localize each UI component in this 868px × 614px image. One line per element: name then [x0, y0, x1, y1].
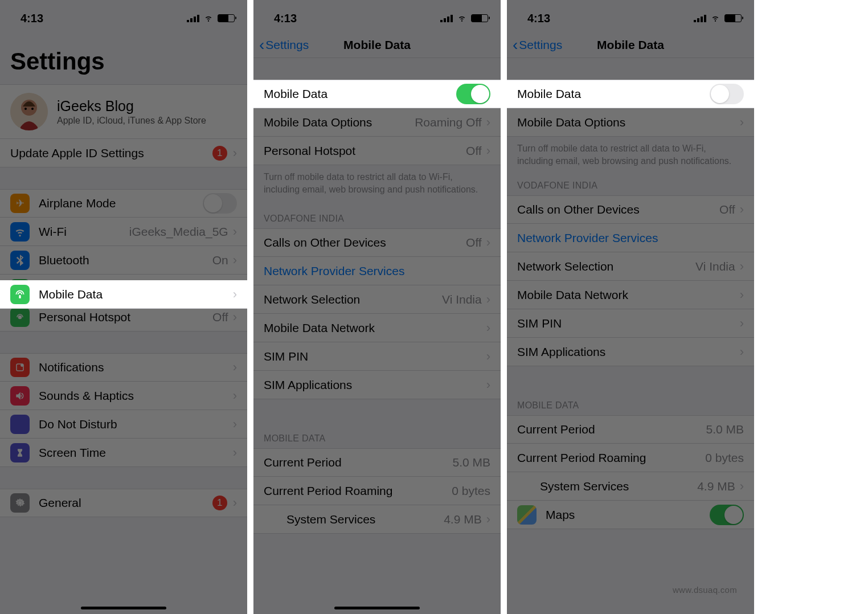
system-services-row[interactable]: System Services 4.9 MB ›: [253, 505, 501, 534]
wifi-row[interactable]: Wi-Fi iGeeks_Media_5G ›: [0, 218, 247, 246]
status-time: 4:13: [21, 12, 43, 25]
chevron-icon: ›: [740, 316, 744, 331]
status-icons: [694, 14, 742, 22]
wifi-icon: [710, 14, 721, 22]
mobile-data-toggle-row[interactable]: Mobile Data: [507, 80, 754, 108]
sim-pin-row[interactable]: SIM PIN ›: [507, 309, 754, 338]
badge-icon: 1: [212, 146, 227, 161]
wifi-icon: [203, 14, 214, 22]
watermark: www.dsuaq.com: [673, 585, 737, 595]
avatar: [10, 93, 48, 130]
network-selection-row[interactable]: Network Selection Vi India ›: [507, 252, 754, 281]
signal-icon: [694, 14, 706, 22]
update-apple-id-row[interactable]: Update Apple ID Settings 1 ›: [0, 139, 247, 167]
home-indicator[interactable]: [81, 607, 166, 609]
chevron-icon: ›: [233, 146, 237, 161]
section-header-carrier: VODAFONE INDIA: [253, 199, 501, 228]
signal-icon: [440, 14, 453, 22]
calls-other-devices-row[interactable]: Calls on Other Devices Off ›: [253, 228, 501, 257]
sim-applications-row[interactable]: SIM Applications ›: [507, 338, 754, 366]
home-indicator[interactable]: [334, 607, 420, 609]
mobile-data-network-row[interactable]: Mobile Data Network ›: [507, 281, 754, 309]
mobile-data-toggle[interactable]: [710, 84, 744, 104]
chevron-icon: ›: [233, 417, 237, 432]
network-selection-row[interactable]: Network Selection Vi India ›: [253, 285, 501, 314]
section-header-mobile-data: MOBILE DATA: [253, 399, 501, 448]
gear-icon: [10, 493, 30, 513]
sim-applications-row[interactable]: SIM Applications ›: [253, 371, 501, 399]
chevron-icon: ›: [486, 144, 490, 158]
section-header-carrier: VODAFONE INDIA: [507, 170, 754, 195]
status-bar: 4:13: [253, 0, 501, 32]
svg-point-5: [21, 364, 23, 367]
chevron-icon: ›: [486, 115, 490, 130]
airplane-mode-row[interactable]: ✈︎ Airplane Mode: [0, 189, 247, 218]
apple-id-row[interactable]: iGeeks Blog Apple ID, iCloud, iTunes & A…: [0, 84, 247, 139]
section-note: Turn off mobile data to restrict all dat…: [253, 165, 501, 199]
chevron-icon: ›: [486, 292, 490, 307]
chevron-icon: ›: [233, 360, 237, 375]
wifi-icon: [456, 14, 468, 22]
calls-other-devices-row[interactable]: Calls on Other Devices Off ›: [507, 195, 754, 224]
hotspot-icon: [10, 308, 30, 327]
status-icons: [440, 14, 488, 22]
mobile-data-row[interactable]: Mobile Data ›: [0, 280, 247, 309]
chevron-icon: ›: [486, 349, 490, 364]
current-period-row: Current Period 5.0 MB: [253, 448, 501, 477]
bluetooth-row[interactable]: Bluetooth On ›: [0, 246, 247, 275]
battery-icon: [724, 14, 742, 22]
chevron-icon: ›: [740, 479, 744, 494]
chevron-icon: ›: [486, 235, 490, 250]
mobile-data-options-row[interactable]: Mobile Data Options ›: [507, 108, 754, 137]
section-note: Turn off mobile data to restrict all dat…: [507, 137, 754, 170]
page-title: Mobile Data: [507, 38, 754, 52]
maps-toggle[interactable]: [710, 505, 744, 525]
personal-hotspot-row[interactable]: Personal Hotspot Off ›: [253, 137, 501, 165]
mobile-data-network-row[interactable]: Mobile Data Network ›: [253, 314, 501, 342]
general-row[interactable]: General 1 ›: [0, 489, 247, 517]
screen-settings-root: 4:13 Settings iGeeks Blog Apple ID, iClo…: [0, 0, 247, 614]
page-title: Settings: [0, 32, 247, 84]
bluetooth-icon: [10, 251, 30, 270]
section-header-mobile-data: MOBILE DATA: [507, 366, 754, 415]
network-provider-services-row[interactable]: Network Provider Services: [253, 257, 501, 285]
sim-pin-row[interactable]: SIM PIN ›: [253, 342, 501, 371]
current-period-roaming-row: Current Period Roaming 0 bytes: [253, 477, 501, 505]
page-title: Mobile Data: [253, 38, 501, 52]
system-services-row[interactable]: System Services 4.9 MB ›: [507, 472, 754, 501]
screen-time-row[interactable]: Screen Time ›: [0, 439, 247, 467]
chevron-icon: ›: [486, 321, 490, 335]
chevron-icon: ›: [486, 512, 490, 527]
navigation-bar: ‹ Settings Mobile Data: [507, 32, 754, 58]
battery-icon: [218, 14, 235, 22]
notifications-row[interactable]: Notifications ›: [0, 353, 247, 382]
sounds-icon: [10, 386, 30, 406]
current-period-row: Current Period 5.0 MB: [507, 415, 754, 444]
chevron-icon: ›: [233, 310, 237, 325]
navigation-bar: ‹ Settings Mobile Data: [253, 32, 501, 58]
chevron-icon: ›: [233, 496, 237, 510]
chevron-icon: ›: [740, 288, 744, 302]
maps-icon: [517, 505, 537, 525]
mobile-data-toggle-row[interactable]: Mobile Data: [253, 80, 501, 108]
moon-icon: [10, 415, 30, 434]
sounds-row[interactable]: Sounds & Haptics ›: [0, 382, 247, 410]
chevron-icon: ›: [740, 115, 744, 130]
wifi-settings-icon: [10, 222, 30, 241]
chevron-icon: ›: [233, 388, 237, 403]
maps-app-row[interactable]: Maps: [507, 501, 754, 529]
cellular-icon: [10, 285, 30, 304]
chevron-icon: ›: [740, 259, 744, 274]
chevron-icon: ›: [233, 224, 237, 239]
screen-mobile-data-off: 4:13 ‹ Settings Mobile Data Mobile Data …: [507, 0, 754, 614]
svg-point-6: [18, 501, 22, 505]
network-provider-services-row[interactable]: Network Provider Services: [507, 224, 754, 252]
mobile-data-toggle[interactable]: [456, 84, 490, 104]
status-icons: [187, 14, 235, 22]
mobile-data-options-row[interactable]: Mobile Data Options Roaming Off ›: [253, 108, 501, 137]
status-time: 4:13: [274, 12, 297, 25]
airplane-icon: ✈︎: [10, 194, 30, 213]
airplane-toggle[interactable]: [203, 193, 237, 214]
svg-point-3: [31, 108, 34, 110]
dnd-row[interactable]: Do Not Disturb ›: [0, 410, 247, 439]
